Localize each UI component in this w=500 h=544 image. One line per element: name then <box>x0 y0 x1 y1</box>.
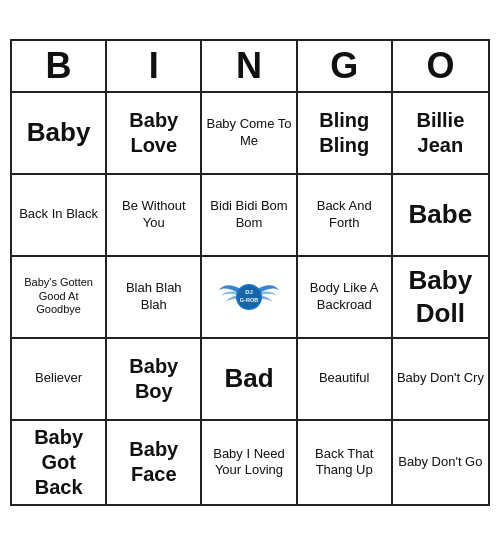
bingo-cell-10: Baby's Gotten Good At Goodbye <box>12 257 107 339</box>
bingo-cell-9: Babe <box>393 175 488 257</box>
bingo-cell-2: Baby Come To Me <box>202 93 297 175</box>
bingo-cell-20: Baby Got Back <box>12 421 107 504</box>
header-b: B <box>12 41 107 93</box>
bingo-cell-1: Baby Love <box>107 93 202 175</box>
bingo-cell-8: Back And Forth <box>298 175 393 257</box>
bingo-grid: BabyBaby LoveBaby Come To MeBling BlingB… <box>12 93 488 504</box>
bingo-cell-16: Baby Boy <box>107 339 202 421</box>
bingo-cell-24: Baby Don't Go <box>393 421 488 504</box>
bingo-cell-15: Believer <box>12 339 107 421</box>
bingo-cell-3: Bling Bling <box>298 93 393 175</box>
bingo-cell-23: Back That Thang Up <box>298 421 393 504</box>
bingo-cell-4: Billie Jean <box>393 93 488 175</box>
bingo-cell-21: Baby Face <box>107 421 202 504</box>
header-i: I <box>107 41 202 93</box>
bingo-cell-19: Baby Don't Cry <box>393 339 488 421</box>
bingo-cell-11: Blah Blah Blah <box>107 257 202 339</box>
header-o: O <box>393 41 488 93</box>
bingo-cell-5: Back In Black <box>12 175 107 257</box>
bingo-card: B I N G O BabyBaby LoveBaby Come To MeBl… <box>10 39 490 506</box>
svg-text:DJ: DJ <box>245 289 253 295</box>
bingo-header: B I N G O <box>12 41 488 93</box>
header-n: N <box>202 41 297 93</box>
bingo-cell-17: Bad <box>202 339 297 421</box>
bingo-cell-0: Baby <box>12 93 107 175</box>
bingo-cell-14: Baby Doll <box>393 257 488 339</box>
bingo-cell-6: Be Without You <box>107 175 202 257</box>
bingo-cell-7: Bidi Bidi Bom Bom <box>202 175 297 257</box>
bingo-cell-22: Baby I Need Your Loving <box>202 421 297 504</box>
bingo-cell-13: Body Like A Backroad <box>298 257 393 339</box>
bingo-cell-12: DJ G-ROB <box>202 257 297 339</box>
bingo-cell-18: Beautiful <box>298 339 393 421</box>
svg-text:G-ROB: G-ROB <box>240 297 258 303</box>
header-g: G <box>298 41 393 93</box>
